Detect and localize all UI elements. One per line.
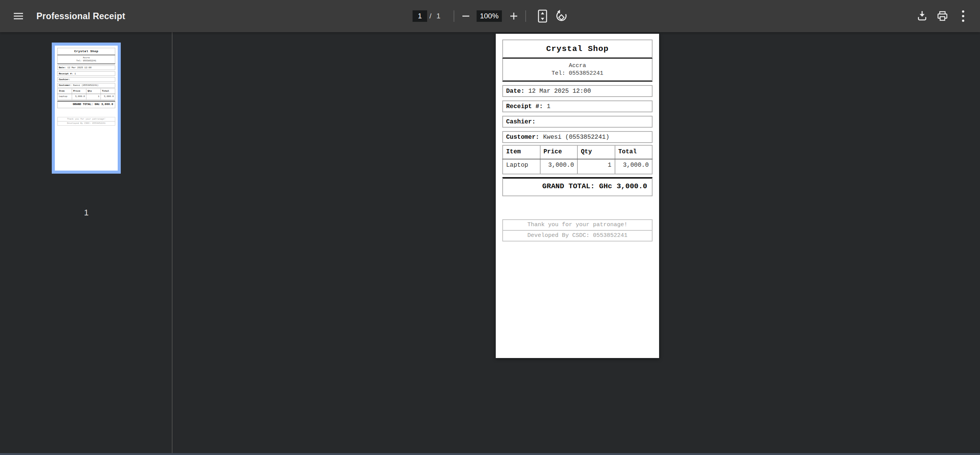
print-button[interactable] [932, 6, 953, 26]
table-header-row: Item Price Qty Total [58, 89, 115, 94]
grand-total: GRAND TOTAL: GHc 3,000.0 [502, 177, 653, 196]
field-value: Kwesi (0553852241) [543, 134, 609, 141]
receipt-field-customer: Customer:Kwesi (0553852241) [502, 131, 653, 143]
page-divider: / [429, 12, 431, 20]
table-row: Laptop 3,000.0 1 3,000.0 [58, 94, 115, 100]
pdf-viewer-toolbar: Professional Receipt /1 100% [0, 0, 980, 32]
receipt-page: Crystal Shop Accra Tel: 0553852241 Date:… [55, 46, 118, 171]
minus-icon [462, 12, 470, 20]
field-label: Date: [506, 88, 525, 95]
rotate-ccw-icon [555, 10, 568, 23]
receipt-footer: Thank you for your patronage! Developed … [58, 117, 115, 125]
receipt-footer: Thank you for your patronage! Developed … [502, 219, 653, 241]
zoom-level: 100% [477, 10, 502, 22]
toolbar-separator [454, 10, 454, 22]
table-cell-price: 3,000.0 [72, 94, 86, 100]
footer-thanks-line: Thank you for your patronage! [502, 219, 653, 231]
items-table: Item Price Qty Total Laptop 3,000.0 1 3,… [502, 145, 653, 174]
receipt-field-number: Receipt #:1 [58, 71, 115, 76]
table-row: Laptop 3,000.0 1 3,000.0 [503, 159, 652, 174]
print-icon [937, 10, 948, 22]
hamburger-menu-icon [13, 12, 23, 20]
table-header-qty: Qty [577, 145, 615, 159]
receipt-field-number: Receipt #:1 [502, 100, 653, 112]
receipt-phone: Tel: 0553852241 [58, 59, 115, 62]
thumbnail-page-number: 1 [52, 208, 121, 218]
plus-icon [510, 12, 518, 20]
thumbnail-panel: Crystal Shop Accra Tel: 0553852241 Date:… [0, 32, 173, 453]
receipt-shop-name: Crystal Shop [58, 48, 115, 55]
document-title: Professional Receipt [36, 11, 125, 21]
field-value: Kwesi (0553852241) [73, 84, 99, 87]
table-cell-item: Laptop [58, 94, 72, 100]
receipt-field-cashier: Cashier: [58, 77, 115, 82]
rotate-button[interactable] [551, 6, 572, 26]
receipt-address: Accra [58, 56, 115, 59]
document-viewport[interactable]: Crystal Shop Accra Tel: 0553852241 Date:… [173, 32, 980, 453]
table-header-price: Price [72, 89, 86, 94]
page-thumbnail[interactable]: Crystal Shop Accra Tel: 0553852241 Date:… [52, 43, 121, 174]
footer-developer-line: Developed By CSDC: 0553852241 [502, 230, 653, 241]
field-label: Date: [59, 66, 66, 69]
kebab-menu-icon [961, 10, 965, 22]
grand-total: GRAND TOTAL: GHc 3,000.0 [58, 101, 115, 108]
more-options-button[interactable] [953, 6, 973, 26]
receipt-field-customer: Customer:Kwesi (0553852241) [58, 83, 115, 88]
fit-to-page-button[interactable] [532, 6, 553, 26]
table-cell-qty: 1 [86, 94, 101, 100]
field-label: Cashier: [59, 78, 70, 81]
receipt-address: Accra [503, 62, 652, 70]
table-cell-total: 3,000.0 [101, 94, 115, 100]
table-cell-price: 3,000.0 [540, 159, 578, 174]
table-header-item: Item [58, 89, 72, 94]
fit-to-page-icon [538, 10, 547, 23]
table-cell-qty: 1 [577, 159, 615, 174]
receipt-field-date: Date:12 Mar 2025 12:00 [58, 66, 115, 70]
field-value: 12 Mar 2025 12:00 [67, 66, 92, 69]
receipt-field-cashier: Cashier: [502, 116, 653, 128]
receipt-phone: Tel: 0553852241 [503, 70, 652, 77]
total-pages: 1 [436, 12, 441, 20]
zoom-out-button[interactable] [455, 6, 476, 26]
table-header-row: Item Price Qty Total [503, 145, 652, 159]
field-label: Receipt #: [506, 103, 543, 110]
receipt-shop-name: Crystal Shop [502, 39, 653, 59]
receipt-contact-block: Accra Tel: 0553852241 [502, 59, 653, 82]
field-value: 12 Mar 2025 12:00 [528, 88, 591, 95]
page-count-display: /1 [429, 10, 441, 22]
document-page-host: Crystal Shop Accra Tel: 0553852241 Date:… [496, 34, 659, 358]
receipt-page: Crystal Shop Accra Tel: 0553852241 Date:… [496, 34, 659, 358]
field-label: Customer: [59, 84, 71, 87]
receipt-field-date: Date:12 Mar 2025 12:00 [502, 85, 653, 97]
footer-developer-line: Developed By CSDC: 0553852241 [58, 121, 115, 126]
table-header-item: Item [503, 145, 540, 159]
table-header-qty: Qty [86, 89, 101, 94]
receipt-contact-block: Accra Tel: 0553852241 [58, 55, 115, 64]
download-icon [917, 10, 927, 22]
table-header-total: Total [101, 89, 115, 94]
field-label: Customer: [506, 134, 539, 141]
menu-button[interactable] [8, 6, 29, 26]
table-cell-item: Laptop [503, 159, 540, 174]
field-value: 1 [547, 103, 551, 110]
toolbar-separator [525, 10, 526, 22]
download-button[interactable] [912, 6, 932, 26]
page-number-input[interactable] [413, 10, 427, 22]
table-header-price: Price [540, 145, 578, 159]
window-bottom-edge [0, 453, 980, 455]
items-table: Item Price Qty Total Laptop 3,000.0 1 3,… [58, 89, 115, 100]
table-cell-total: 3,000.0 [615, 159, 653, 174]
zoom-in-button[interactable] [503, 6, 524, 26]
field-value: 1 [74, 72, 76, 75]
table-header-total: Total [615, 145, 653, 159]
field-label: Cashier: [506, 118, 536, 125]
field-label: Receipt #: [59, 72, 73, 75]
thumbnail-preview: Crystal Shop Accra Tel: 0553852241 Date:… [55, 46, 118, 171]
